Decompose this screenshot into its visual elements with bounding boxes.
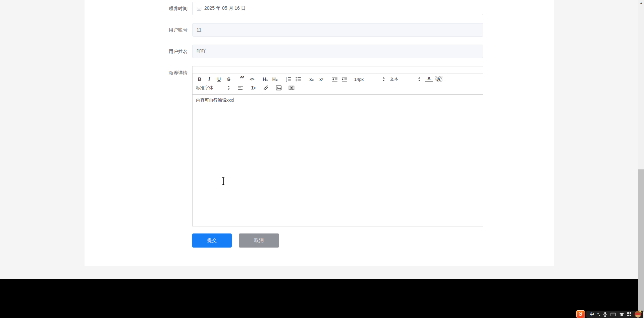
bullet-list-icon[interactable] <box>294 75 302 83</box>
sogou-emoji-icon[interactable] <box>635 311 641 318</box>
adopt-time-label: 领养时间 <box>85 2 192 15</box>
ime-toolbar: 中 °, <box>586 311 643 318</box>
form-row-user-account: 用户账号 11 <box>85 23 554 37</box>
skin-tshirt-icon[interactable] <box>619 311 624 318</box>
header-1-button[interactable]: H₁ <box>262 75 269 83</box>
background-color-button[interactable]: A <box>435 76 442 82</box>
calendar-icon <box>197 6 202 11</box>
form-row-adopt-detail: 领养详情 B I U S ” </> H₁ H₂ <box>85 66 554 226</box>
keyboard-icon[interactable] <box>610 311 616 318</box>
adopt-detail-label: 领养详情 <box>85 66 192 226</box>
indent-icon[interactable] <box>341 75 348 83</box>
dropdown-arrow-icon <box>418 77 421 82</box>
desktop-black-area <box>0 279 644 318</box>
scrollbar-up-arrow[interactable]: ▲ <box>638 0 644 5</box>
text-color-button[interactable]: A <box>425 76 433 82</box>
user-account-value: 11 <box>197 27 202 33</box>
clean-format-button[interactable]: Tx <box>250 84 257 92</box>
scrollbar-thumb[interactable] <box>638 169 644 312</box>
ordered-list-icon[interactable]: 1 2 3 <box>285 75 292 83</box>
heading-dropdown[interactable]: 文本 <box>390 75 421 83</box>
adopt-time-value: 2025 年 05 月 16 日 <box>204 5 246 11</box>
underline-button[interactable]: U <box>215 75 223 83</box>
italic-button[interactable]: I <box>206 75 213 83</box>
blockquote-button[interactable]: ” <box>238 75 246 83</box>
outdent-icon[interactable] <box>331 75 338 83</box>
align-icon[interactable] <box>237 84 244 92</box>
image-icon[interactable] <box>275 84 282 92</box>
svg-text:3: 3 <box>286 80 287 82</box>
font-family-value: 标准字体 <box>196 85 213 91</box>
user-name-label: 用户姓名 <box>85 45 192 58</box>
video-icon[interactable] <box>288 84 295 92</box>
dropdown-arrow-icon <box>382 77 385 82</box>
adopt-time-date-input[interactable]: 2025 年 05 月 16 日 <box>192 2 483 15</box>
user-account-input: 11 <box>192 23 483 37</box>
user-name-input: 吖吖 <box>192 45 483 58</box>
font-family-dropdown[interactable]: 标准字体 <box>196 84 230 92</box>
clean-format-t: T <box>251 85 254 91</box>
sogou-logo[interactable]: S <box>576 310 585 318</box>
editor-content-text: 内容可自行编辑xxx <box>196 98 233 103</box>
code-block-button[interactable]: </> <box>248 75 256 83</box>
user-account-label: 用户账号 <box>85 23 192 37</box>
dropdown-arrow-icon <box>227 86 230 90</box>
microphone-icon[interactable] <box>603 311 607 318</box>
editor-content-area[interactable]: 内容可自行编辑xxx <box>192 95 483 226</box>
heading-value: 文本 <box>390 76 398 82</box>
user-name-value: 吖吖 <box>197 48 206 54</box>
link-icon[interactable] <box>262 84 270 92</box>
form-row-user-name: 用户姓名 吖吖 <box>85 45 554 58</box>
text-caret <box>233 98 233 102</box>
ime-chinese-mode[interactable]: 中 <box>590 311 594 318</box>
strikethrough-button[interactable]: S <box>225 75 232 83</box>
toolbar-row-1: B I U S ” </> H₁ H₂ 1 2 <box>196 75 480 84</box>
clean-format-x: x <box>254 86 256 90</box>
form-card: 领养时间 2025 年 05 月 16 日 用户账号 <box>85 0 554 266</box>
ime-punctuation-toggle[interactable]: °, <box>597 311 600 318</box>
rich-text-editor: B I U S ” </> H₁ H₂ 1 2 <box>192 66 483 226</box>
form-actions: 提交 取消 <box>192 233 554 248</box>
subscript-button[interactable]: x₂ <box>308 75 315 83</box>
font-size-value: 14px <box>354 77 364 82</box>
superscript-button[interactable]: x² <box>318 75 325 83</box>
adoption-form: 领养时间 2025 年 05 月 16 日 用户账号 <box>85 0 554 248</box>
form-row-adopt-time: 领养时间 2025 年 05 月 16 日 <box>85 2 554 15</box>
font-size-dropdown[interactable]: 14px <box>354 75 385 83</box>
bold-button[interactable]: B <box>196 75 203 83</box>
toolbox-grid-icon[interactable] <box>627 311 631 318</box>
editor-toolbar: B I U S ” </> H₁ H₂ 1 2 <box>192 73 483 95</box>
vertical-scrollbar[interactable]: ▲ <box>638 0 644 318</box>
cancel-button[interactable]: 取消 <box>239 233 279 248</box>
editor-top-strip <box>192 66 483 73</box>
submit-button[interactable]: 提交 <box>192 233 232 248</box>
header-2-button[interactable]: H₂ <box>271 75 279 83</box>
toolbar-row-2: 标准字体 Tx <box>196 84 480 92</box>
